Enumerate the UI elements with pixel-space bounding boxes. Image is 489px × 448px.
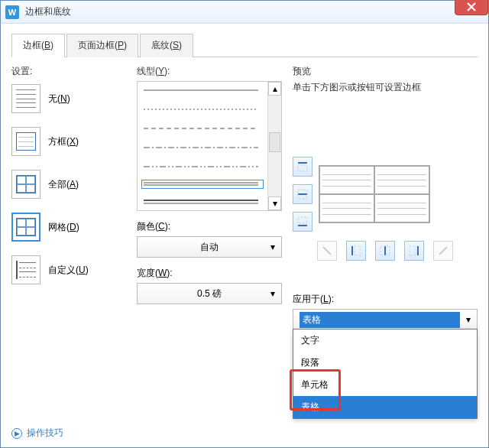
setting-none-label: 无 — [48, 93, 57, 104]
close-button[interactable] — [455, 0, 488, 15]
preview-header: 预览 — [293, 65, 478, 78]
tips-label: 操作技巧 — [27, 427, 63, 440]
apply-to-header: 应用于(L): — [293, 293, 478, 306]
chevron-down-icon: ▾ — [270, 288, 275, 299]
setting-grid-label: 网格 — [48, 222, 66, 232]
border-bottom-button[interactable] — [293, 212, 313, 232]
close-icon — [467, 2, 476, 11]
line-style-item-selected[interactable] — [141, 180, 264, 189]
apply-to-option-text[interactable]: 文字 — [293, 330, 477, 352]
line-style-list[interactable]: ▴ ▾ — [137, 81, 282, 211]
settings-header: 设置: — [11, 65, 126, 78]
svg-rect-14 — [298, 217, 307, 223]
line-style-item[interactable] — [144, 197, 261, 206]
setting-all-icon — [11, 170, 40, 199]
apply-to-option-table[interactable]: 表格 — [293, 396, 477, 418]
window-title: 边框和底纹 — [25, 5, 71, 18]
border-left-button[interactable] — [346, 241, 366, 261]
line-style-item[interactable] — [144, 106, 261, 114]
border-right-button[interactable] — [404, 241, 424, 261]
setting-grid-icon — [11, 213, 40, 242]
line-style-item[interactable] — [144, 86, 261, 95]
svg-line-22 — [439, 247, 447, 255]
setting-box[interactable]: 方框(X) — [11, 127, 126, 156]
border-diag-up-button[interactable] — [433, 241, 453, 261]
scroll-down-icon[interactable]: ▾ — [268, 196, 281, 210]
width-value: 0.5 磅 — [197, 287, 222, 300]
tab-border[interactable]: 边框(B) — [11, 34, 65, 57]
setting-all[interactable]: 全部(A) — [11, 170, 126, 199]
setting-box-icon — [11, 127, 40, 156]
svg-rect-10 — [298, 165, 307, 171]
line-style-item[interactable] — [144, 125, 261, 133]
line-style-item[interactable] — [144, 163, 261, 171]
titlebar: W 边框和底纹 — [1, 1, 488, 24]
border-middle-v-button[interactable] — [375, 241, 395, 261]
setting-custom[interactable]: 自定义(U) — [11, 255, 126, 284]
svg-rect-21 — [410, 246, 416, 255]
apply-to-option-cell[interactable]: 单元格 — [293, 374, 477, 396]
color-header: 颜色(C): — [137, 220, 282, 233]
apply-to-option-paragraph[interactable]: 段落 — [293, 352, 477, 374]
width-combo[interactable]: 0.5 磅 ▾ — [137, 283, 282, 304]
svg-line-15 — [323, 247, 331, 255]
chevron-down-icon: ▾ — [270, 242, 275, 252]
svg-rect-17 — [355, 246, 361, 255]
border-top-button[interactable] — [293, 157, 313, 177]
setting-grid[interactable]: 网格(D) — [11, 213, 126, 242]
preview-diagram[interactable] — [319, 165, 430, 223]
setting-custom-icon — [11, 255, 40, 284]
border-diag-down-button[interactable] — [317, 241, 337, 261]
setting-none[interactable]: 无(N) — [11, 84, 126, 113]
preview-hint: 单击下方图示或按钮可设置边框 — [293, 81, 478, 94]
setting-all-label: 全部 — [48, 179, 66, 190]
line-style-scrollbar[interactable]: ▴ ▾ — [267, 82, 281, 210]
app-icon: W — [5, 5, 19, 19]
tab-page-border[interactable]: 页面边框(P) — [66, 34, 138, 57]
apply-to-value: 表格 — [300, 312, 460, 328]
border-middle-h-button[interactable] — [293, 184, 313, 204]
width-header: 宽度(W): — [137, 267, 282, 280]
color-value: 自动 — [200, 241, 219, 254]
line-style-item[interactable] — [144, 144, 261, 152]
setting-custom-label: 自定义 — [48, 265, 76, 275]
setting-none-icon — [11, 84, 40, 113]
play-icon: ▶ — [11, 428, 22, 439]
apply-to-combo[interactable]: 表格 ▾ — [293, 309, 478, 330]
tab-strip: 边框(B) 页面边框(P) 底纹(S) — [11, 33, 478, 57]
chevron-down-icon: ▾ — [466, 314, 471, 325]
line-style-header: 线型(Y): — [137, 65, 282, 78]
scroll-thumb[interactable] — [269, 132, 280, 152]
apply-to-dropdown: 文字 段落 单元格 表格 — [293, 329, 478, 419]
tab-shading[interactable]: 底纹(S) — [140, 34, 193, 57]
scroll-up-icon[interactable]: ▴ — [268, 82, 281, 96]
tips-link[interactable]: ▶ 操作技巧 — [11, 427, 63, 440]
color-combo[interactable]: 自动 ▾ — [137, 236, 282, 258]
setting-box-label: 方框 — [48, 136, 66, 147]
